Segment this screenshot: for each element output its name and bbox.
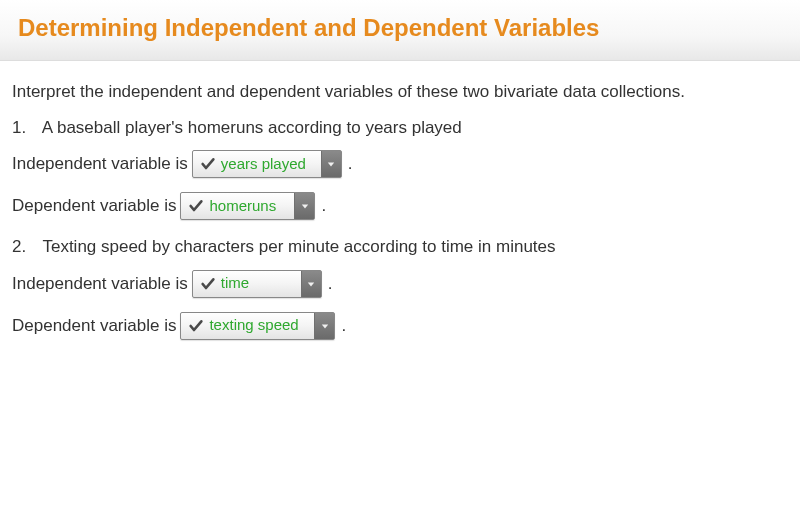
dropdown-value: texting speed — [209, 314, 304, 337]
q1-independent-dropdown[interactable]: years played — [192, 150, 342, 178]
check-icon — [187, 197, 205, 215]
period: . — [328, 271, 333, 297]
page-title: Determining Independent and Dependent Va… — [18, 14, 782, 42]
question-2: 2. Texting speed by characters per minut… — [12, 234, 788, 260]
period: . — [341, 313, 346, 339]
q1-dependent-row: Dependent variable is homeruns . — [12, 192, 788, 220]
dropdown-value: time — [221, 272, 255, 295]
svg-marker-2 — [308, 282, 314, 286]
q1-dependent-dropdown[interactable]: homeruns — [180, 192, 315, 220]
question-1: 1. A baseball player's homeruns accordin… — [12, 115, 788, 141]
svg-marker-0 — [328, 162, 334, 166]
item-number: 1. — [12, 115, 38, 141]
svg-marker-3 — [322, 324, 328, 328]
dependent-label: Dependent variable is — [12, 313, 176, 339]
item-prompt: A baseball player's homeruns according t… — [42, 118, 462, 137]
chevron-down-icon[interactable] — [294, 193, 314, 219]
content-area: Interpret the independent and dependent … — [0, 61, 800, 372]
q2-independent-dropdown[interactable]: time — [192, 270, 322, 298]
q2-dependent-dropdown[interactable]: texting speed — [180, 312, 335, 340]
check-icon — [199, 155, 217, 173]
period: . — [321, 193, 326, 219]
independent-label: Independent variable is — [12, 271, 188, 297]
chevron-down-icon[interactable] — [314, 313, 334, 339]
dependent-label: Dependent variable is — [12, 193, 176, 219]
period: . — [348, 151, 353, 177]
dropdown-value: years played — [221, 153, 312, 176]
chevron-down-icon[interactable] — [301, 271, 321, 297]
chevron-down-icon[interactable] — [321, 151, 341, 177]
item-prompt: Texting speed by characters per minute a… — [42, 237, 555, 256]
independent-label: Independent variable is — [12, 151, 188, 177]
dropdown-value: homeruns — [209, 195, 282, 218]
instruction-text: Interpret the independent and dependent … — [12, 79, 788, 105]
check-icon — [187, 317, 205, 335]
q1-independent-row: Independent variable is years played . — [12, 150, 788, 178]
header: Determining Independent and Dependent Va… — [0, 0, 800, 61]
item-number: 2. — [12, 234, 38, 260]
q2-independent-row: Independent variable is time . — [12, 270, 788, 298]
svg-marker-1 — [302, 204, 308, 208]
q2-dependent-row: Dependent variable is texting speed . — [12, 312, 788, 340]
check-icon — [199, 275, 217, 293]
